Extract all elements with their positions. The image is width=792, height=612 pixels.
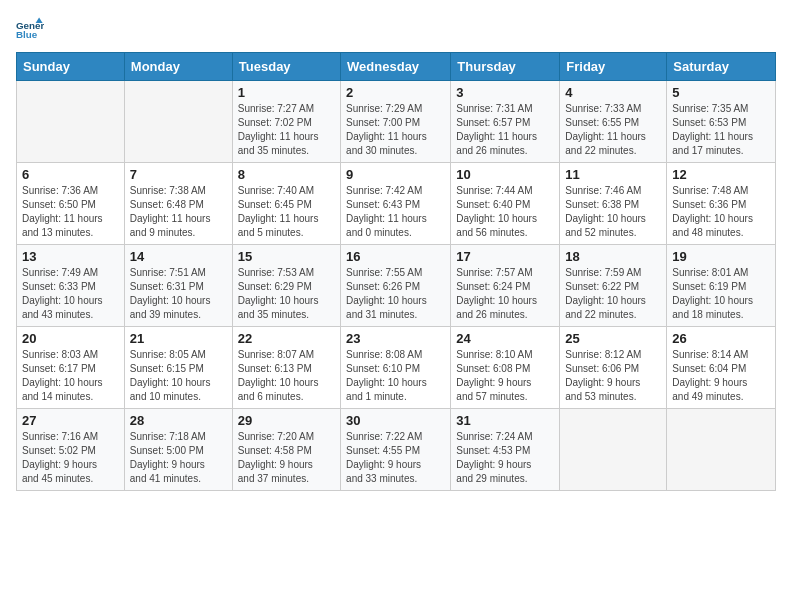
day-number: 11 bbox=[565, 167, 661, 182]
calendar-cell: 10Sunrise: 7:44 AM Sunset: 6:40 PM Dayli… bbox=[451, 163, 560, 245]
weekday-header: Monday bbox=[124, 53, 232, 81]
day-number: 3 bbox=[456, 85, 554, 100]
day-info: Sunrise: 7:18 AM Sunset: 5:00 PM Dayligh… bbox=[130, 430, 227, 486]
calendar-cell: 25Sunrise: 8:12 AM Sunset: 6:06 PM Dayli… bbox=[560, 327, 667, 409]
day-number: 14 bbox=[130, 249, 227, 264]
calendar-cell: 5Sunrise: 7:35 AM Sunset: 6:53 PM Daylig… bbox=[667, 81, 776, 163]
calendar-cell bbox=[560, 409, 667, 491]
day-info: Sunrise: 7:38 AM Sunset: 6:48 PM Dayligh… bbox=[130, 184, 227, 240]
calendar-cell: 7Sunrise: 7:38 AM Sunset: 6:48 PM Daylig… bbox=[124, 163, 232, 245]
calendar-cell: 28Sunrise: 7:18 AM Sunset: 5:00 PM Dayli… bbox=[124, 409, 232, 491]
day-number: 5 bbox=[672, 85, 770, 100]
day-number: 8 bbox=[238, 167, 335, 182]
day-number: 31 bbox=[456, 413, 554, 428]
calendar-cell: 14Sunrise: 7:51 AM Sunset: 6:31 PM Dayli… bbox=[124, 245, 232, 327]
calendar-cell: 20Sunrise: 8:03 AM Sunset: 6:17 PM Dayli… bbox=[17, 327, 125, 409]
calendar-week-row: 6Sunrise: 7:36 AM Sunset: 6:50 PM Daylig… bbox=[17, 163, 776, 245]
calendar-cell: 23Sunrise: 8:08 AM Sunset: 6:10 PM Dayli… bbox=[341, 327, 451, 409]
calendar-week-row: 27Sunrise: 7:16 AM Sunset: 5:02 PM Dayli… bbox=[17, 409, 776, 491]
calendar-week-row: 1Sunrise: 7:27 AM Sunset: 7:02 PM Daylig… bbox=[17, 81, 776, 163]
day-number: 12 bbox=[672, 167, 770, 182]
calendar-cell: 4Sunrise: 7:33 AM Sunset: 6:55 PM Daylig… bbox=[560, 81, 667, 163]
calendar-cell: 21Sunrise: 8:05 AM Sunset: 6:15 PM Dayli… bbox=[124, 327, 232, 409]
day-number: 18 bbox=[565, 249, 661, 264]
calendar-cell: 13Sunrise: 7:49 AM Sunset: 6:33 PM Dayli… bbox=[17, 245, 125, 327]
day-info: Sunrise: 7:22 AM Sunset: 4:55 PM Dayligh… bbox=[346, 430, 445, 486]
day-info: Sunrise: 7:24 AM Sunset: 4:53 PM Dayligh… bbox=[456, 430, 554, 486]
day-info: Sunrise: 7:33 AM Sunset: 6:55 PM Dayligh… bbox=[565, 102, 661, 158]
day-info: Sunrise: 7:51 AM Sunset: 6:31 PM Dayligh… bbox=[130, 266, 227, 322]
day-info: Sunrise: 7:40 AM Sunset: 6:45 PM Dayligh… bbox=[238, 184, 335, 240]
calendar-week-row: 13Sunrise: 7:49 AM Sunset: 6:33 PM Dayli… bbox=[17, 245, 776, 327]
calendar-cell: 26Sunrise: 8:14 AM Sunset: 6:04 PM Dayli… bbox=[667, 327, 776, 409]
calendar-cell: 11Sunrise: 7:46 AM Sunset: 6:38 PM Dayli… bbox=[560, 163, 667, 245]
day-number: 13 bbox=[22, 249, 119, 264]
day-info: Sunrise: 7:59 AM Sunset: 6:22 PM Dayligh… bbox=[565, 266, 661, 322]
day-number: 7 bbox=[130, 167, 227, 182]
day-info: Sunrise: 7:31 AM Sunset: 6:57 PM Dayligh… bbox=[456, 102, 554, 158]
weekday-header: Saturday bbox=[667, 53, 776, 81]
day-number: 28 bbox=[130, 413, 227, 428]
weekday-header: Wednesday bbox=[341, 53, 451, 81]
calendar-week-row: 20Sunrise: 8:03 AM Sunset: 6:17 PM Dayli… bbox=[17, 327, 776, 409]
day-info: Sunrise: 7:27 AM Sunset: 7:02 PM Dayligh… bbox=[238, 102, 335, 158]
day-info: Sunrise: 7:44 AM Sunset: 6:40 PM Dayligh… bbox=[456, 184, 554, 240]
calendar-cell: 27Sunrise: 7:16 AM Sunset: 5:02 PM Dayli… bbox=[17, 409, 125, 491]
calendar-cell bbox=[667, 409, 776, 491]
logo: General Blue bbox=[16, 16, 48, 44]
weekday-header: Tuesday bbox=[232, 53, 340, 81]
calendar-cell: 12Sunrise: 7:48 AM Sunset: 6:36 PM Dayli… bbox=[667, 163, 776, 245]
day-number: 25 bbox=[565, 331, 661, 346]
day-info: Sunrise: 7:53 AM Sunset: 6:29 PM Dayligh… bbox=[238, 266, 335, 322]
day-info: Sunrise: 8:03 AM Sunset: 6:17 PM Dayligh… bbox=[22, 348, 119, 404]
day-number: 26 bbox=[672, 331, 770, 346]
day-info: Sunrise: 8:10 AM Sunset: 6:08 PM Dayligh… bbox=[456, 348, 554, 404]
calendar-cell: 31Sunrise: 7:24 AM Sunset: 4:53 PM Dayli… bbox=[451, 409, 560, 491]
calendar-cell: 17Sunrise: 7:57 AM Sunset: 6:24 PM Dayli… bbox=[451, 245, 560, 327]
page-header: General Blue bbox=[16, 16, 776, 44]
calendar-cell: 16Sunrise: 7:55 AM Sunset: 6:26 PM Dayli… bbox=[341, 245, 451, 327]
day-info: Sunrise: 7:36 AM Sunset: 6:50 PM Dayligh… bbox=[22, 184, 119, 240]
calendar-cell: 19Sunrise: 8:01 AM Sunset: 6:19 PM Dayli… bbox=[667, 245, 776, 327]
day-info: Sunrise: 7:55 AM Sunset: 6:26 PM Dayligh… bbox=[346, 266, 445, 322]
day-number: 22 bbox=[238, 331, 335, 346]
calendar-cell: 2Sunrise: 7:29 AM Sunset: 7:00 PM Daylig… bbox=[341, 81, 451, 163]
calendar-cell: 30Sunrise: 7:22 AM Sunset: 4:55 PM Dayli… bbox=[341, 409, 451, 491]
weekday-header: Sunday bbox=[17, 53, 125, 81]
day-info: Sunrise: 8:01 AM Sunset: 6:19 PM Dayligh… bbox=[672, 266, 770, 322]
day-number: 6 bbox=[22, 167, 119, 182]
day-info: Sunrise: 8:08 AM Sunset: 6:10 PM Dayligh… bbox=[346, 348, 445, 404]
day-number: 24 bbox=[456, 331, 554, 346]
day-number: 1 bbox=[238, 85, 335, 100]
day-number: 27 bbox=[22, 413, 119, 428]
calendar-cell: 6Sunrise: 7:36 AM Sunset: 6:50 PM Daylig… bbox=[17, 163, 125, 245]
day-info: Sunrise: 8:12 AM Sunset: 6:06 PM Dayligh… bbox=[565, 348, 661, 404]
day-info: Sunrise: 7:42 AM Sunset: 6:43 PM Dayligh… bbox=[346, 184, 445, 240]
day-info: Sunrise: 7:57 AM Sunset: 6:24 PM Dayligh… bbox=[456, 266, 554, 322]
day-number: 15 bbox=[238, 249, 335, 264]
day-number: 20 bbox=[22, 331, 119, 346]
day-number: 17 bbox=[456, 249, 554, 264]
day-number: 30 bbox=[346, 413, 445, 428]
day-number: 9 bbox=[346, 167, 445, 182]
day-number: 21 bbox=[130, 331, 227, 346]
calendar-cell bbox=[17, 81, 125, 163]
day-info: Sunrise: 7:46 AM Sunset: 6:38 PM Dayligh… bbox=[565, 184, 661, 240]
weekday-header: Friday bbox=[560, 53, 667, 81]
svg-text:Blue: Blue bbox=[16, 29, 38, 40]
logo-icon: General Blue bbox=[16, 16, 44, 44]
day-info: Sunrise: 7:48 AM Sunset: 6:36 PM Dayligh… bbox=[672, 184, 770, 240]
calendar-cell: 24Sunrise: 8:10 AM Sunset: 6:08 PM Dayli… bbox=[451, 327, 560, 409]
calendar-cell: 1Sunrise: 7:27 AM Sunset: 7:02 PM Daylig… bbox=[232, 81, 340, 163]
day-number: 19 bbox=[672, 249, 770, 264]
day-number: 16 bbox=[346, 249, 445, 264]
day-info: Sunrise: 8:05 AM Sunset: 6:15 PM Dayligh… bbox=[130, 348, 227, 404]
day-number: 29 bbox=[238, 413, 335, 428]
calendar-cell: 18Sunrise: 7:59 AM Sunset: 6:22 PM Dayli… bbox=[560, 245, 667, 327]
calendar-cell: 8Sunrise: 7:40 AM Sunset: 6:45 PM Daylig… bbox=[232, 163, 340, 245]
calendar-cell: 3Sunrise: 7:31 AM Sunset: 6:57 PM Daylig… bbox=[451, 81, 560, 163]
day-number: 10 bbox=[456, 167, 554, 182]
day-number: 23 bbox=[346, 331, 445, 346]
day-info: Sunrise: 7:49 AM Sunset: 6:33 PM Dayligh… bbox=[22, 266, 119, 322]
day-number: 2 bbox=[346, 85, 445, 100]
